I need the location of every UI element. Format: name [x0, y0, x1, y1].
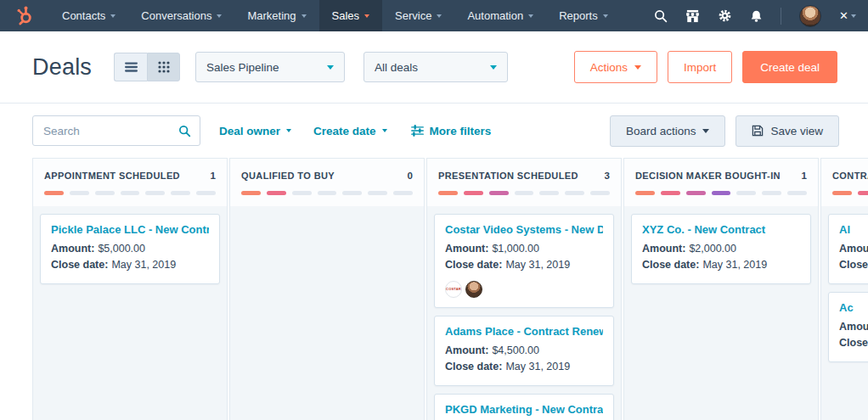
- nav-item-sales[interactable]: Sales: [319, 0, 383, 31]
- page-title: Deals: [32, 54, 92, 81]
- column-count: 1: [795, 171, 807, 181]
- deal-title-link[interactable]: Adams Place - Contract Renewal: [445, 325, 603, 338]
- deal-close-date: Close date:May 31, 2019: [642, 257, 800, 273]
- column-contract-sent: CONTRACT SENT Al Amount: Close date: Ac …: [820, 158, 868, 420]
- nav-item-conversations[interactable]: Conversations: [128, 0, 234, 31]
- list-view-button[interactable]: [114, 53, 147, 81]
- deal-title-link[interactable]: Al: [839, 223, 868, 236]
- deal-amount: Amount:$5,000.00: [51, 241, 209, 257]
- chevron-down-icon: [490, 65, 497, 70]
- search-input[interactable]: [43, 125, 178, 137]
- board-actions-button[interactable]: Board actions: [610, 115, 726, 147]
- deal-owner-filter[interactable]: Deal owner: [219, 125, 291, 137]
- stage-progress: [241, 191, 413, 195]
- settings-icon[interactable]: [718, 8, 732, 23]
- sliders-icon: [411, 125, 424, 137]
- deal-title-link[interactable]: Costar Video Systems - New Deal: [445, 223, 603, 236]
- deal-card[interactable]: Adams Place - Contract Renewal Amount:$4…: [434, 316, 614, 386]
- list-icon: [125, 62, 138, 72]
- column-title: QUALIFIED TO BUY: [241, 171, 335, 181]
- deal-title-link[interactable]: XYZ Co. - New Contract: [642, 223, 800, 236]
- chevron-down-icon: [217, 14, 222, 18]
- view-toggle: [114, 53, 180, 81]
- contact-avatar: [465, 281, 482, 298]
- grid-icon: [158, 61, 170, 73]
- save-icon: [752, 125, 764, 137]
- column-body: Al Amount: Close date: Ac Amount: Close …: [821, 206, 868, 420]
- stage-progress: [635, 191, 807, 195]
- deal-close-date: Close date:May 31, 2019: [445, 359, 603, 375]
- chevron-down-icon: [437, 14, 442, 18]
- user-avatar[interactable]: [799, 5, 821, 27]
- deal-amount: Amount:: [839, 319, 868, 335]
- column-count: 0: [401, 171, 413, 181]
- stage-progress: [438, 191, 610, 195]
- column-body: XYZ Co. - New Contract Amount:$2,000.00 …: [624, 206, 818, 420]
- column-header: CONTRACT SENT: [821, 159, 868, 206]
- column-title: CONTRACT SENT: [832, 171, 868, 181]
- deal-title-link[interactable]: Pickle Palace LLC - New Contract: [51, 223, 209, 236]
- hubspot-logo-icon[interactable]: [0, 0, 49, 31]
- notifications-icon[interactable]: [750, 9, 763, 23]
- nav-item-marketing[interactable]: Marketing: [234, 0, 318, 31]
- deal-card[interactable]: Al Amount: Close date:: [828, 214, 868, 284]
- deal-title-link[interactable]: PKGD Marketing - New Contract: [445, 403, 603, 416]
- nav-menu: Contacts Conversations Marketing Sales S…: [49, 0, 621, 31]
- stage-progress: [832, 191, 868, 195]
- deal-close-date: Close date:: [839, 335, 868, 351]
- chevron-down-icon: [327, 65, 334, 70]
- column-appointment-scheduled: APPOINTMENT SCHEDULED 1 Pickle Palace LL…: [32, 158, 228, 420]
- chevron-down-icon: [382, 129, 387, 132]
- actions-button[interactable]: Actions: [574, 51, 657, 83]
- search-box: [32, 115, 200, 146]
- deal-card[interactable]: Pickle Palace LLC - New Contract Amount:…: [40, 214, 220, 284]
- create-date-filter[interactable]: Create date: [313, 125, 387, 137]
- deal-card[interactable]: Ac Amount: Close date:: [828, 292, 868, 362]
- column-title: APPOINTMENT SCHEDULED: [44, 171, 180, 181]
- chevron-down-icon: [634, 65, 641, 70]
- column-count: 1: [204, 171, 216, 181]
- deal-amount: Amount:: [839, 241, 868, 257]
- nav-item-automation[interactable]: Automation: [454, 0, 546, 31]
- deal-board: APPOINTMENT SCHEDULED 1 Pickle Palace LL…: [0, 158, 868, 420]
- column-header: APPOINTMENT SCHEDULED 1: [33, 159, 227, 206]
- deal-card[interactable]: XYZ Co. - New Contract Amount:$2,000.00 …: [631, 214, 811, 284]
- search-icon[interactable]: [654, 9, 668, 23]
- chevron-down-icon: [702, 129, 709, 133]
- deal-close-date: Close date:May 31, 2019: [445, 257, 603, 273]
- stage-progress: [44, 191, 216, 195]
- column-body: [230, 206, 424, 420]
- marketplace-icon[interactable]: [685, 9, 700, 23]
- card-avatars: COSTAR: [445, 281, 603, 298]
- company-logo-avatar: COSTAR: [445, 281, 462, 298]
- nav-item-service[interactable]: Service: [382, 0, 454, 31]
- create-deal-button[interactable]: Create deal: [742, 51, 837, 83]
- deal-close-date: Close date:: [839, 257, 868, 273]
- close-icon[interactable]: ✕: [839, 9, 856, 22]
- column-header: QUALIFIED TO BUY 0: [230, 159, 424, 206]
- column-decision-maker-bought-in: DECISION MAKER BOUGHT-IN 1 XYZ Co. - New…: [623, 158, 819, 420]
- top-nav: Contacts Conversations Marketing Sales S…: [0, 0, 868, 31]
- filter-bar: Deal owner Create date More filters Boar…: [0, 104, 868, 158]
- deal-amount: Amount:$2,000.00: [642, 241, 800, 257]
- deal-card[interactable]: PKGD Marketing - New Contract Amount:$1,…: [434, 394, 614, 420]
- deal-card[interactable]: Costar Video Systems - New Deal Amount:$…: [434, 214, 614, 308]
- chevron-down-icon: [851, 14, 856, 18]
- board-view-button[interactable]: [147, 53, 180, 81]
- column-presentation-scheduled: PRESENTATION SCHEDULED 3 Costar Video Sy…: [426, 158, 622, 420]
- deal-title-link[interactable]: Ac: [839, 301, 868, 314]
- chevron-down-icon: [603, 14, 608, 18]
- more-filters-link[interactable]: More filters: [411, 125, 492, 137]
- nav-divider: [781, 8, 781, 25]
- import-button[interactable]: Import: [668, 51, 732, 83]
- search-icon[interactable]: [178, 125, 191, 137]
- nav-item-contacts[interactable]: Contacts: [49, 0, 128, 31]
- save-view-button[interactable]: Save view: [736, 115, 839, 147]
- pipeline-select[interactable]: Sales Pipeline: [195, 52, 345, 82]
- column-body: Costar Video Systems - New Deal Amount:$…: [427, 206, 621, 420]
- deals-view-select[interactable]: All deals: [364, 52, 508, 82]
- deal-close-date: Close date:May 31, 2019: [51, 257, 209, 273]
- column-qualified-to-buy: QUALIFIED TO BUY 0: [229, 158, 425, 420]
- column-body: Pickle Palace LLC - New Contract Amount:…: [33, 206, 227, 420]
- nav-item-reports[interactable]: Reports: [546, 0, 621, 31]
